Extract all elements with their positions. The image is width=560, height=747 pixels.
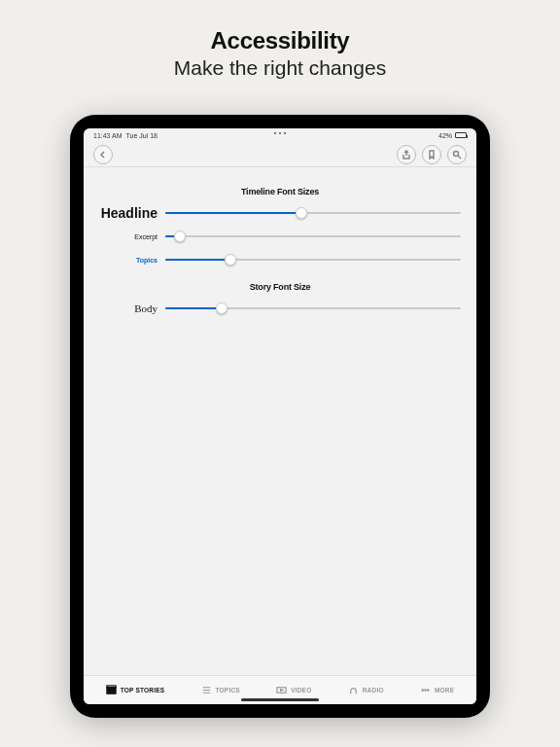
tablet-screen: 11:43 AM Tue Jul 18 42% (84, 128, 476, 704)
search-button[interactable] (447, 145, 467, 164)
svg-point-4 (422, 690, 423, 691)
promo-subtitle: Make the right changes (0, 56, 560, 80)
tab-label: MORE (435, 687, 454, 694)
status-date: Tue Jul 18 (126, 132, 158, 139)
status-time: 11:43 AM (93, 132, 122, 139)
tab-radio[interactable]: RADIO (348, 685, 384, 695)
tab-topics[interactable]: TOPICS (201, 685, 240, 695)
headline-slider-row: Headline (99, 206, 461, 220)
multitask-dots[interactable] (274, 132, 286, 134)
tab-top-stories[interactable]: TOP STORIES (106, 685, 165, 695)
tab-label: TOPICS (216, 687, 240, 694)
topics-slider-row: Topics (99, 253, 461, 267)
svg-point-5 (425, 690, 426, 691)
home-indicator[interactable] (241, 698, 319, 701)
tab-label: VIDEO (291, 687, 311, 694)
settings-content: Timeline Font Sizes Headline Excerpt (84, 167, 476, 315)
excerpt-slider[interactable] (165, 230, 461, 243)
share-button[interactable] (397, 145, 416, 164)
body-label: Body (99, 303, 158, 314)
svg-point-6 (428, 690, 429, 691)
battery-icon (455, 132, 467, 138)
svg-point-0 (454, 151, 459, 156)
svg-rect-1 (107, 688, 116, 694)
tablet-frame: 11:43 AM Tue Jul 18 42% (70, 115, 490, 718)
battery-percent: 42% (438, 132, 452, 139)
excerpt-label: Excerpt (99, 233, 158, 240)
tab-label: TOP STORIES (121, 687, 165, 694)
excerpt-slider-row: Excerpt (99, 230, 461, 243)
headline-slider[interactable] (165, 206, 461, 220)
topics-slider[interactable] (165, 253, 461, 267)
tab-more[interactable]: MORE (420, 685, 454, 695)
body-slider[interactable] (165, 302, 461, 315)
promo-title: Accessibility (0, 27, 560, 54)
timeline-section-title: Timeline Font Sizes (99, 187, 461, 196)
tab-video[interactable]: VIDEO (276, 685, 311, 695)
story-section-title: Story Font Size (99, 282, 461, 292)
svg-rect-2 (107, 686, 116, 688)
tab-label: RADIO (363, 687, 384, 694)
headline-label: Headline (99, 206, 158, 220)
toolbar (84, 142, 476, 167)
status-bar: 11:43 AM Tue Jul 18 42% (84, 128, 476, 142)
topics-label: Topics (99, 257, 158, 264)
bookmark-button[interactable] (422, 145, 441, 164)
body-slider-row: Body (99, 302, 461, 315)
back-button[interactable] (93, 145, 113, 164)
